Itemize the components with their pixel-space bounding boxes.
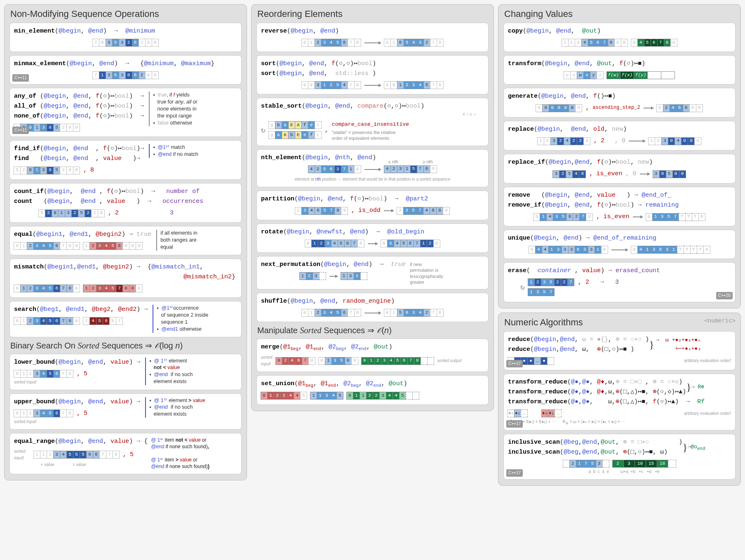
card-merge: merge(@1beg, @1end, @2beg, @2end, @out) …: [256, 339, 489, 372]
card-any-all-none: any_of (@begin, @end, f(○)↦bool) → all_o…: [9, 88, 242, 137]
card-nth-element: nth_element(@begin, @nth, @end) 42563718…: [256, 149, 489, 187]
badge-cpp11: C++11: [12, 74, 29, 82]
arrow-icon: [633, 216, 643, 217]
badge-cpp11: C++11: [12, 127, 29, 134]
card-next-permutation: next_permutation(@begin, @end) → true 12…: [256, 256, 489, 289]
card-remove: remove (@begin, @end, value ) → @end_of_…: [503, 187, 736, 226]
arrow-icon: [644, 108, 653, 108]
card-erase: erase( container , value) → erased_count…: [503, 262, 736, 302]
card-transform-reduce: transform_reduce(@●,@●, @♦,ω,⊕ = □+□ , ⊗…: [503, 374, 736, 431]
card-equal: equal(@begin1, @end1, @begin2) → true 01…: [9, 226, 242, 255]
fn-name: min_element: [14, 28, 55, 35]
card-set-union: set_union(@1beg, @1end, @2beg, @2end, @o…: [256, 375, 489, 405]
description: if newpermutation islexicographicallygre…: [410, 260, 443, 285]
card-mismatch: mismatch(@begin1,@end1, @begin2) → {@mis…: [9, 259, 242, 298]
subsection-title: Manipulate Sorted Sequences ⇒ 𝒪(n): [257, 325, 489, 335]
sequence: 7135386290: [93, 71, 159, 79]
card-generate: generate(@begin, @end, f()↦■) 0000000 , …: [503, 88, 736, 118]
card-upper-bound: upper_bound(@begin, @end, value) → 01234…: [9, 393, 242, 430]
description: ▪ @1ˢᵗ match▪ @end if no match: [149, 144, 198, 158]
card-copy: copy(@begin, @end, @out) 1234567890 0456…: [503, 23, 736, 52]
panel-numeric: Numeric Algorithms <numeric> reduce(@beg…: [498, 313, 741, 486]
arrow-icon: [364, 85, 381, 86]
card-reduce: reduce(@begin,@end, ω = ●{}, ⊕ = ○+○ ) r…: [503, 331, 736, 370]
badge-cpp17: C++17: [506, 360, 523, 367]
arrow-icon: [368, 243, 378, 244]
description: ▪ @ 1ˢᵗ element not < value▪ @end if no …: [145, 358, 193, 386]
arrow-icon: [329, 276, 338, 277]
arrow-icon: [640, 174, 650, 174]
card-rotate: rotate(@begin, @newfst, @end) → @old_beg…: [256, 224, 489, 253]
panel-title: Numeric Algorithms: [504, 317, 736, 328]
card-shuffle: shuffle(@begin, @end, random_engine) 012…: [256, 293, 489, 322]
card-min-element: min_element(@begin, @end) → @minimum 793…: [9, 23, 242, 52]
card-search: search(@beg1, @end1, @beg2, @end2) → 012…: [9, 301, 242, 337]
card-equal-range: equal_range(@begin, @end, value) → { sor…: [9, 433, 242, 475]
card-replace-if: replace_if(@begin,@end, f(○)↦bool, new) …: [503, 154, 736, 184]
card-transform: transform(@begin, @end, @out, f(○)↦■) uv…: [503, 55, 736, 85]
description: ▪ @1ˢᵗoccurrence of sequence 2 inside se…: [153, 305, 208, 333]
card-sort: sort(@begin, @end, f(○,○)↦bool) sort(@be…: [256, 55, 489, 94]
card-minmax-element: minmax_element(@begin, @end) → {@minimum…: [9, 55, 242, 85]
badge-cpp17: C++17: [506, 420, 523, 428]
card-replace: replace(@begin, @end, old, new) 12324226…: [503, 121, 736, 151]
arrow-icon: [611, 249, 628, 250]
panel-title: Changing Values: [504, 9, 736, 19]
arrow-icon: [364, 313, 381, 313]
card-stable-sort: stable_sort(@begin, @end, compare(○,○)↦b…: [256, 98, 489, 146]
card-partition: partition(@begin, @end, f(○)↦bool) → @pa…: [256, 191, 489, 220]
arrow-icon: [384, 210, 394, 211]
description: ▪ true, if f yields true for any, all or…: [149, 92, 197, 126]
badge-cpp17: C++17: [506, 469, 523, 477]
sequence: 7935326180: [93, 39, 159, 47]
panel-nonmodifying: Non-Modifying Sequence Operations min_el…: [4, 4, 247, 480]
arrow-icon: [364, 42, 381, 43]
card-lower-bound: lower_bound(@begin, @end, value) → 01234…: [9, 354, 242, 390]
card-inclusive-scan: inclusive_scan(@beg,@end,@out, ⊕ = □+○ )…: [503, 434, 736, 480]
subsection-title: Binary Search On Sorted Sequences ⇒ 𝒪(lo…: [10, 341, 242, 351]
panel-reordering: Reordering Elements reverse(@begin, @end…: [251, 4, 494, 411]
card-unique: unique(@begin, @end) → @end_of_remaining…: [503, 230, 736, 259]
panel-title: Non-Modifying Sequence Operations: [10, 9, 242, 19]
arrow-icon: [629, 141, 645, 141]
card-reverse: reverse(@begin, @end) 012345678 01654327…: [256, 23, 489, 52]
header-include: <numeric>: [704, 317, 736, 324]
card-find: find_if(@begin, @end , f(○)↦bool)→ find …: [9, 140, 242, 180]
badge-cpp20: C++20: [716, 292, 733, 299]
panel-title: Reordering Elements: [257, 9, 489, 19]
card-count: count_if(@begin, @end , f(○)↦bool) → num…: [9, 183, 242, 223]
arrow-icon: [364, 169, 381, 170]
description: if all elements inboth ranges areequal: [156, 230, 197, 251]
description: ▪ @ 1ˢᵗ element > value▪ @end if no such…: [145, 397, 205, 418]
panel-changing: Changing Values copy(@begin, @end, @out)…: [498, 4, 741, 308]
